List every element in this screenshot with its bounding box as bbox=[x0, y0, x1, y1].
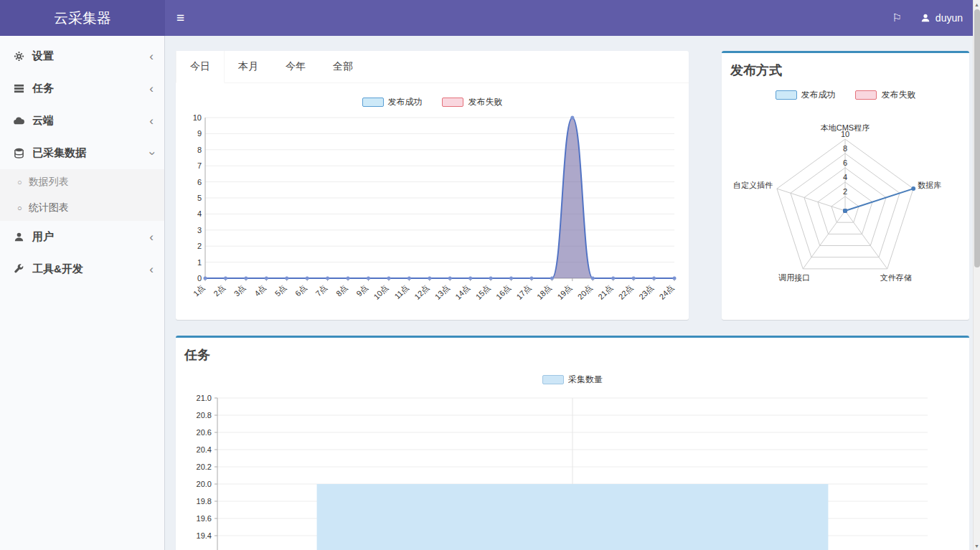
sidebar-item-tasks[interactable]: 任务 ‹ bbox=[0, 72, 164, 105]
svg-text:10点: 10点 bbox=[372, 283, 390, 301]
svg-text:18点: 18点 bbox=[534, 283, 552, 301]
chevron-left-icon: ‹ bbox=[149, 53, 154, 60]
svg-text:19.4: 19.4 bbox=[197, 531, 212, 540]
scroll-down-arrow[interactable]: ▼ bbox=[974, 541, 980, 550]
svg-text:21.0: 21.0 bbox=[197, 394, 212, 402]
sidebar-item-users[interactable]: 用户 ‹ bbox=[0, 221, 164, 253]
user-menu[interactable]: duyun bbox=[920, 12, 963, 24]
svg-text:4: 4 bbox=[197, 209, 201, 218]
area-chart-legend: 发布成功 发布失败 bbox=[183, 96, 682, 109]
publish-method-title: 发布方式 bbox=[722, 53, 969, 82]
sidebar-item-label: 设置 bbox=[32, 49, 54, 63]
svg-text:7点: 7点 bbox=[314, 283, 329, 298]
svg-text:24点: 24点 bbox=[657, 283, 675, 301]
sidebar-subitem-data-list[interactable]: ○ 数据列表 bbox=[0, 169, 164, 195]
wrench-icon bbox=[11, 264, 27, 275]
app-logo[interactable]: 云采集器 bbox=[0, 0, 165, 36]
svg-text:20.6: 20.6 bbox=[197, 428, 212, 437]
chevron-down-icon: ‹ bbox=[148, 151, 155, 156]
svg-text:11点: 11点 bbox=[392, 283, 410, 300]
sidebar-item-label: 云端 bbox=[32, 114, 54, 128]
navbar-right: ⚐ duyun bbox=[892, 0, 973, 36]
sidebar-item-collected-data[interactable]: 已采集数据 ‹ bbox=[0, 137, 164, 169]
svg-text:调用接口: 调用接口 bbox=[778, 273, 810, 282]
legend-swatch bbox=[362, 98, 384, 107]
svg-text:5: 5 bbox=[197, 194, 201, 202]
legend-item-publish-fail[interactable]: 发布失败 bbox=[855, 89, 915, 101]
app-title: 云采集器 bbox=[54, 9, 111, 28]
svg-text:8: 8 bbox=[197, 146, 201, 154]
chevron-left-icon: ‹ bbox=[149, 85, 154, 93]
chevron-left-icon: ‹ bbox=[149, 266, 154, 273]
svg-text:数据库: 数据库 bbox=[918, 181, 941, 189]
user-icon bbox=[920, 13, 930, 23]
sidebar-item-settings[interactable]: 设置 ‹ bbox=[0, 40, 164, 72]
svg-text:6: 6 bbox=[197, 178, 201, 186]
svg-text:0: 0 bbox=[197, 274, 201, 283]
svg-text:1: 1 bbox=[197, 258, 201, 267]
sidebar: 设置 ‹ 任务 ‹ 云端 ‹ 已采集数据 ‹ ○ bbox=[0, 36, 165, 550]
svg-text:21点: 21点 bbox=[596, 283, 614, 301]
svg-text:20.2: 20.2 bbox=[197, 463, 212, 471]
legend-item-collect-count[interactable]: 采集数量 bbox=[542, 374, 603, 386]
svg-text:3点: 3点 bbox=[232, 283, 247, 298]
scroll-up-arrow[interactable]: ▲ bbox=[974, 0, 980, 9]
publish-method-radar: 246810本地CMS程序数据库文件存储调用接口自定义插件 bbox=[729, 103, 962, 291]
legend-item-publish-success[interactable]: 发布成功 bbox=[776, 89, 836, 101]
daily-publish-chart: 0123456789101点2点3点4点5点6点7点8点9点10点11点12点1… bbox=[185, 112, 680, 313]
svg-text:13点: 13点 bbox=[433, 283, 451, 301]
sidebar-toggle-button[interactable]: ≡ bbox=[165, 0, 196, 36]
submenu-item-label: 统计图表 bbox=[29, 201, 69, 214]
svg-text:20.4: 20.4 bbox=[197, 445, 212, 454]
vertical-scrollbar[interactable]: ▲ ▼ bbox=[973, 0, 980, 550]
top-navbar: 云采集器 ≡ ⚐ duyun bbox=[0, 0, 973, 36]
database-icon bbox=[11, 148, 27, 158]
scrollbar-thumb[interactable] bbox=[974, 9, 980, 267]
svg-text:2: 2 bbox=[843, 187, 847, 196]
svg-text:20.0: 20.0 bbox=[197, 480, 212, 488]
tab-all[interactable]: 全部 bbox=[319, 51, 367, 82]
user-icon bbox=[11, 232, 27, 242]
radar-chart-legend: 发布成功 发布失败 bbox=[729, 89, 962, 102]
tab-this-year[interactable]: 今年 bbox=[272, 51, 319, 82]
chevron-left-icon: ‹ bbox=[149, 118, 154, 125]
tasks-title: 任务 bbox=[176, 338, 969, 366]
tasks-icon bbox=[11, 83, 27, 94]
main-content: 已采集数据：统计图表 后台 > 已采集数据 > 统计图表 今日 本月 今年 全部 bbox=[165, 0, 980, 550]
sidebar-subitem-stats-chart[interactable]: ○ 统计图表 bbox=[0, 195, 164, 221]
svg-text:14点: 14点 bbox=[453, 283, 471, 301]
daily-stats-body: 发布成功 发布失败 0123456789101点2点3点4点5点6点7点8点9点… bbox=[176, 83, 689, 320]
legend-item-publish-fail[interactable]: 发布失败 bbox=[442, 96, 502, 108]
sidebar-item-label: 已采集数据 bbox=[32, 146, 86, 160]
svg-text:20点: 20点 bbox=[575, 283, 593, 301]
collected-data-submenu: ○ 数据列表 ○ 统计图表 bbox=[0, 169, 164, 221]
svg-text:6点: 6点 bbox=[293, 283, 308, 298]
sidebar-item-cloud[interactable]: 云端 ‹ bbox=[0, 105, 164, 137]
sidebar-item-label: 任务 bbox=[32, 82, 54, 95]
svg-text:20.8: 20.8 bbox=[197, 411, 212, 419]
flag-icon[interactable]: ⚐ bbox=[892, 11, 901, 24]
svg-text:16点: 16点 bbox=[494, 283, 512, 301]
svg-text:自定义插件: 自定义插件 bbox=[733, 181, 773, 189]
sidebar-item-label: 工具&开发 bbox=[32, 262, 83, 276]
publish-method-body: 发布成功 发布失败 246810本地CMS程序数据库文件存储调用接口自定义插件 bbox=[722, 82, 969, 298]
legend-swatch bbox=[776, 90, 797, 100]
top-row: 今日 本月 今年 全部 发布成功 发布失败 0123456789101点2点3点… bbox=[176, 51, 969, 336]
tab-this-month[interactable]: 本月 bbox=[225, 51, 272, 82]
legend-swatch bbox=[542, 375, 564, 384]
sidebar-item-tools-dev[interactable]: 工具&开发 ‹ bbox=[0, 253, 164, 285]
svg-text:8点: 8点 bbox=[334, 283, 349, 298]
svg-text:6: 6 bbox=[843, 158, 847, 167]
svg-text:8: 8 bbox=[843, 144, 847, 153]
bar-chart-legend: 采集数量 bbox=[183, 374, 962, 387]
svg-text:19点: 19点 bbox=[555, 283, 573, 301]
svg-text:7: 7 bbox=[197, 161, 201, 170]
sidebar-menu: 设置 ‹ 任务 ‹ 云端 ‹ 已采集数据 ‹ ○ bbox=[0, 36, 164, 285]
tasks-body: 采集数量 21.020.820.620.420.220.019.819.619.… bbox=[176, 366, 969, 550]
tab-today[interactable]: 今日 bbox=[176, 51, 225, 83]
svg-text:23点: 23点 bbox=[637, 283, 655, 301]
circle-icon: ○ bbox=[17, 179, 22, 186]
legend-item-publish-success[interactable]: 发布成功 bbox=[362, 96, 423, 108]
svg-text:2: 2 bbox=[197, 242, 201, 250]
submenu-item-label: 数据列表 bbox=[29, 176, 69, 189]
